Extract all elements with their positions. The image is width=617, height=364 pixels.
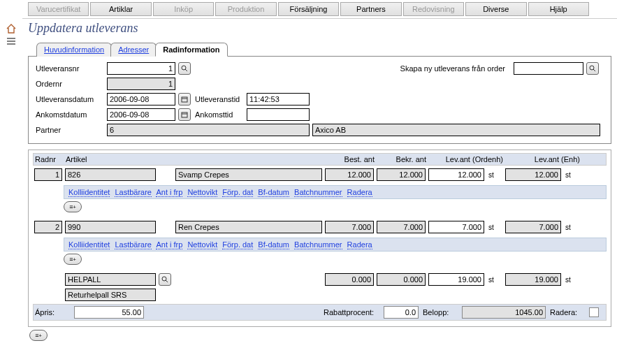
link-ant-i-frp[interactable]: Ant i frp: [156, 240, 182, 249]
col-bekr-ant: Bekr. ant: [377, 155, 426, 163]
expand-row-button[interactable]: ≡+: [64, 254, 82, 265]
table-row: [33, 289, 607, 304]
col-best-ant: Best. ant: [326, 155, 375, 163]
link-kolliidentitet[interactable]: Kolliidentitet: [68, 188, 110, 197]
ankomsttid-label: Ankomsttid: [195, 110, 244, 119]
radnr-value: [34, 168, 62, 181]
link-nettovikt[interactable]: Nettovikt: [187, 188, 217, 197]
table-row: st st: [33, 218, 607, 236]
artikel-name: [65, 289, 156, 301]
levant-ordenh[interactable]: [428, 168, 484, 181]
ankomstdatum-calendar-icon[interactable]: [178, 108, 191, 121]
rabatt-label: Rabattprocent:: [324, 308, 379, 316]
link-lastbarare[interactable]: Lastbärare: [115, 188, 152, 197]
bekr-ant: [377, 168, 426, 181]
expand-row-button[interactable]: ≡+: [64, 201, 82, 212]
tab-forsaljning[interactable]: Försäljning: [278, 2, 339, 16]
tab-huvudinformation[interactable]: Huvudinformation: [36, 43, 112, 57]
link-kolliidentitet[interactable]: Kolliidentitet: [68, 240, 110, 249]
tab-radinformation[interactable]: Radinformation: [155, 43, 227, 57]
utleveransdatum-calendar-icon[interactable]: [178, 93, 191, 105]
tab-inkop: Inköp: [153, 2, 214, 16]
utleveranstid-input[interactable]: [247, 93, 310, 105]
skapa-label: Skapa ny utleverans från order: [312, 64, 511, 73]
link-batchnummer[interactable]: Batchnummer: [294, 188, 342, 197]
radera-checkbox[interactable]: [589, 307, 599, 317]
ankomstdatum-input[interactable]: [107, 108, 175, 121]
svg-rect-4: [182, 97, 187, 102]
sub-links-row: Kolliidentitet Lastbärare Ant i frp Nett…: [64, 185, 607, 199]
svg-line-9: [166, 280, 168, 282]
bekr-ant: [377, 221, 426, 233]
table-row: st st: [33, 166, 607, 184]
skapa-order-input[interactable]: [514, 62, 583, 75]
ordernr-input: [107, 78, 175, 90]
tab-varucertifikat: Varucertifikat: [28, 2, 89, 16]
top-tab-bar: Varucertifikat Artiklar Inköp Produktion…: [0, 0, 617, 19]
link-radera[interactable]: Radera: [347, 188, 372, 197]
link-batchnummer[interactable]: Batchnummer: [294, 240, 342, 249]
svg-line-1: [185, 69, 187, 71]
radnr-value: [34, 221, 62, 233]
col-artikel: Artikel: [66, 155, 323, 163]
lines-panel: Radnr Artikel Best. ant Bekr. ant Lev.an…: [28, 150, 611, 327]
utleveransdatum-input[interactable]: [107, 93, 175, 105]
footer-row: Ápris: Rabattprocent: Belopp: Radera:: [33, 304, 607, 321]
levant-enh: [505, 168, 561, 181]
artikel-id: [65, 273, 156, 286]
apris-input[interactable]: [74, 306, 144, 319]
sub-links-row: Kolliidentitet Lastbärare Ant i frp Nett…: [64, 238, 607, 252]
levant-ordenh[interactable]: [428, 273, 484, 286]
link-forp-dat[interactable]: Förp. dat: [222, 188, 253, 197]
rabatt-input[interactable]: [384, 306, 419, 319]
levant-ordenh[interactable]: [428, 221, 484, 233]
best-ant: [325, 273, 374, 286]
tab-partners[interactable]: Partners: [340, 2, 401, 16]
levant-enh: [505, 273, 561, 286]
tab-hjalp[interactable]: Hjälp: [528, 2, 589, 16]
unit-label: st: [487, 276, 502, 284]
svg-line-3: [593, 69, 595, 71]
artikel-id: [65, 221, 156, 233]
ankomsttid-input[interactable]: [247, 108, 310, 121]
link-nettovikt[interactable]: Nettovikt: [187, 240, 217, 249]
link-ant-i-frp[interactable]: Ant i frp: [156, 188, 182, 197]
artikel-id: [65, 168, 156, 181]
tab-adresser[interactable]: Adresser: [110, 43, 157, 57]
partner-name-input: [312, 124, 600, 136]
ankomstdatum-label: Ankomstdatum: [36, 110, 104, 119]
skapa-lookup-icon[interactable]: [586, 62, 599, 75]
radera-label: Radera:: [550, 308, 585, 316]
belopp-label: Belopp:: [423, 308, 458, 316]
unit-label: st: [487, 224, 502, 231]
unit-label: st: [564, 224, 579, 231]
unit-label: st: [564, 171, 579, 179]
list-icon[interactable]: [6, 36, 17, 46]
artikel-lookup-icon[interactable]: [159, 273, 171, 286]
link-forp-dat[interactable]: Förp. dat: [222, 240, 253, 249]
col-levant-enh: Lev.ant (Enh): [506, 155, 580, 163]
link-bf-datum[interactable]: Bf-datum: [258, 240, 289, 249]
unit-label: st: [564, 276, 579, 284]
best-ant: [325, 221, 374, 233]
link-lastbarare[interactable]: Lastbärare: [115, 240, 152, 249]
svg-rect-6: [182, 112, 187, 117]
tab-artiklar[interactable]: Artiklar: [90, 2, 151, 16]
link-radera[interactable]: Radera: [347, 240, 372, 249]
form-panel: Utleveransnr Skapa ny utleverans från or…: [28, 56, 611, 144]
ordernr-label: Ordernr: [36, 80, 104, 88]
utleveransnr-lookup-icon[interactable]: [178, 62, 191, 75]
levant-enh: [505, 221, 561, 233]
home-icon[interactable]: [6, 24, 17, 34]
add-row-button[interactable]: ≡+: [29, 330, 48, 341]
table-row: st st: [33, 270, 607, 289]
utleveransnr-input[interactable]: [107, 62, 175, 75]
tab-redovisning: Redovisning: [403, 2, 464, 16]
best-ant: [325, 168, 374, 181]
link-bf-datum[interactable]: Bf-datum: [258, 188, 289, 197]
tab-diverse[interactable]: Diverse: [465, 2, 526, 16]
utleveransdatum-label: Utleveransdatum: [36, 95, 104, 103]
column-headers: Radnr Artikel Best. ant Bekr. ant Lev.an…: [33, 153, 607, 166]
col-levant-ordenh: Lev.ant (Ordenh): [429, 155, 503, 163]
bekr-ant: [377, 273, 426, 286]
